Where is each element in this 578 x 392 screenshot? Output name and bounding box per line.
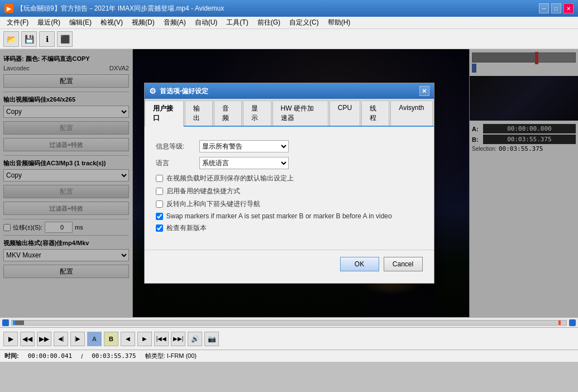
save-button[interactable]: 💾 bbox=[21, 31, 37, 47]
checkbox-row-1: 在视频负载时还原到保存的默认输出设定上 bbox=[156, 174, 423, 183]
menu-recent[interactable]: 最近(R) bbox=[33, 17, 65, 28]
marker-b-indicator bbox=[558, 321, 561, 325]
language-row: 语言 系统语言 English bbox=[156, 157, 423, 169]
goto-end-button[interactable]: ▶▶| bbox=[171, 332, 185, 346]
ok-button[interactable]: OK bbox=[340, 257, 379, 271]
checkbox-swap-label: Swap markers if marker A is set past mar… bbox=[166, 212, 392, 220]
open-button[interactable]: 📂 bbox=[3, 31, 19, 47]
menu-view[interactable]: 检视(V) bbox=[96, 17, 127, 28]
window-controls: ─ □ ✕ bbox=[539, 3, 574, 13]
goto-start-button[interactable]: |◀◀ bbox=[154, 332, 169, 346]
checkbox-reverse-label: 反转向上和向下箭头键进行导航 bbox=[166, 199, 260, 209]
dialog-title-bar: ⚙ 首选项-偏好设定 ✕ bbox=[145, 83, 434, 99]
maximize-button[interactable]: □ bbox=[551, 3, 561, 13]
marker-b-button[interactable]: B bbox=[104, 332, 118, 346]
tab-hw-accel[interactable]: HW 硬件加速器 bbox=[273, 101, 328, 126]
info-level-select[interactable]: 显示所有警告 只显示错误 关闭 bbox=[199, 140, 289, 152]
title-bar: ▶ 【玩命關頭9】官方預告－2021年 IMAX同步震撼登場.mp4 - Avi… bbox=[0, 0, 578, 17]
menu-file[interactable]: 文件(F) bbox=[2, 17, 33, 28]
marker-a-button[interactable]: A bbox=[87, 332, 102, 346]
menu-bar: 文件(F) 最近(R) 编辑(E) 检视(V) 视频(D) 音频(A) 自动(U… bbox=[0, 17, 578, 29]
rewind-button[interactable]: ◀◀ bbox=[20, 332, 35, 346]
checkbox-check-updates[interactable] bbox=[156, 224, 163, 232]
tab-audio[interactable]: 音频 bbox=[214, 101, 242, 126]
language-label: 语言 bbox=[156, 159, 195, 168]
progress-area bbox=[0, 317, 578, 327]
info-level-label: 信息等级: bbox=[156, 142, 195, 151]
checkbox-swap-markers[interactable] bbox=[156, 213, 163, 220]
marker-a-indicator bbox=[13, 321, 15, 325]
tab-display[interactable]: 显示 bbox=[243, 101, 271, 126]
menu-custom[interactable]: 自定义(C) bbox=[285, 17, 323, 28]
time-separator: / bbox=[81, 353, 83, 360]
checkbox-restore-defaults[interactable] bbox=[156, 175, 163, 182]
status-bar: 时间: 00:00:00.041 / 00:03:55.375 帧类型: I-F… bbox=[0, 350, 578, 362]
checkbox-row-2: 启用备用的键盘快捷方式 bbox=[156, 187, 423, 196]
dialog-title-text: 首选项-偏好设定 bbox=[160, 87, 419, 96]
app-icon: ▶ bbox=[4, 4, 13, 13]
checkbox-reverse-nav[interactable] bbox=[156, 200, 163, 208]
forward-button[interactable]: ▶▶ bbox=[37, 332, 51, 346]
checkbox-updates-label: 检查有新版本 bbox=[166, 223, 207, 233]
checkbox-keyboard-label: 启用备用的键盘快捷方式 bbox=[166, 187, 240, 196]
toolbar: 📂 💾 ℹ ⬛ bbox=[0, 29, 578, 49]
info-level-row: 信息等级: 显示所有警告 只显示错误 关闭 bbox=[156, 140, 423, 152]
preferences-dialog: ⚙ 首选项-偏好设定 ✕ 用户接口 输出 音频 显示 HW 硬件加速器 CPU … bbox=[144, 83, 434, 284]
dialog-tabs: 用户接口 输出 音频 显示 HW 硬件加速器 CPU 线程 Avisynth bbox=[145, 99, 434, 127]
play-button[interactable]: ▶ bbox=[3, 332, 18, 346]
tab-avisynth[interactable]: Avisynth bbox=[390, 101, 432, 126]
dialog-overlay: ⚙ 首选项-偏好设定 ✕ 用户接口 输出 音频 显示 HW 硬件加速器 CPU … bbox=[0, 49, 578, 317]
cancel-button[interactable]: Cancel bbox=[384, 257, 423, 271]
total-time: 00:03:55.375 bbox=[92, 352, 136, 360]
next-keyframe-button[interactable]: ▶ bbox=[137, 332, 152, 346]
menu-audio[interactable]: 音频(A) bbox=[159, 17, 190, 28]
checkbox-row-5: 检查有新版本 bbox=[156, 223, 423, 233]
close-button[interactable]: ✕ bbox=[563, 3, 574, 13]
menu-video[interactable]: 视频(D) bbox=[127, 17, 159, 28]
status-time-label: 时间: bbox=[4, 352, 19, 360]
volume-button[interactable]: 🔊 bbox=[188, 332, 202, 346]
checkbox-keyboard-shortcuts[interactable] bbox=[156, 188, 163, 195]
progress-scroll-left[interactable] bbox=[2, 319, 9, 326]
language-select[interactable]: 系统语言 English bbox=[199, 157, 289, 169]
menu-help[interactable]: 帮助(H) bbox=[323, 17, 355, 28]
progress-scroll-right[interactable] bbox=[569, 319, 576, 326]
transport-bar: ▶ ◀◀ ▶▶ ◀| |▶ A B ◀ ▶ |◀◀ ▶▶| 🔊 📷 bbox=[0, 327, 578, 350]
dialog-title-icon: ⚙ bbox=[149, 87, 156, 95]
minimize-button[interactable]: ─ bbox=[539, 3, 549, 13]
menu-tools[interactable]: 工具(T) bbox=[222, 17, 252, 28]
prev-keyframe-button[interactable]: ◀ bbox=[121, 332, 135, 346]
menu-goto[interactable]: 前往(G) bbox=[253, 17, 285, 28]
prev-frame-button[interactable]: ◀| bbox=[54, 332, 68, 346]
next-frame-button[interactable]: |▶ bbox=[70, 332, 85, 346]
timeline-bar[interactable] bbox=[11, 320, 567, 326]
tab-threads[interactable]: 线程 bbox=[361, 101, 389, 126]
tab-output[interactable]: 输出 bbox=[185, 101, 213, 126]
checkbox-restore-label: 在视频负载时还原到保存的默认输出设定上 bbox=[166, 174, 294, 183]
info-button[interactable]: ℹ bbox=[39, 31, 55, 47]
dialog-footer: OK Cancel bbox=[145, 250, 434, 278]
menu-auto[interactable]: 自动(U) bbox=[190, 17, 222, 28]
dialog-close-button[interactable]: ✕ bbox=[419, 86, 429, 96]
tab-cpu[interactable]: CPU bbox=[329, 101, 360, 126]
dialog-content: 信息等级: 显示所有警告 只显示错误 关闭 语言 系统语言 English bbox=[145, 127, 434, 245]
screenshot-button[interactable]: 📷 bbox=[204, 332, 219, 346]
window-title: 【玩命關頭9】官方預告－2021年 IMAX同步震撼登場.mp4 - Avide… bbox=[17, 4, 539, 13]
current-time: 00:00:00.041 bbox=[28, 352, 72, 360]
checkbox-row-4: Swap markers if marker A is set past mar… bbox=[156, 212, 423, 220]
frame-type: 帧类型: I-FRM (00) bbox=[145, 352, 197, 360]
stop-button[interactable]: ⬛ bbox=[57, 31, 73, 47]
tab-user-interface[interactable]: 用户接口 bbox=[145, 101, 184, 127]
menu-edit[interactable]: 编辑(E) bbox=[65, 17, 96, 28]
checkbox-row-3: 反转向上和向下箭头键进行导航 bbox=[156, 199, 423, 209]
